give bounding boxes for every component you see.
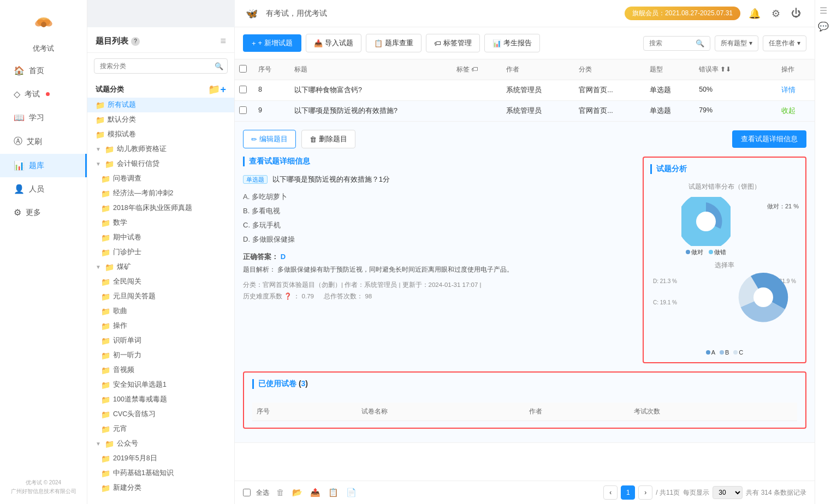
move-icon[interactable]: 📂: [290, 486, 304, 499]
row-checkbox[interactable]: [239, 86, 247, 93]
row-category: 官网首页...: [574, 80, 645, 101]
delete-question-button[interactable]: 🗑 删除题目: [301, 130, 355, 148]
library-dedup-button[interactable]: 📋 题库查重: [366, 34, 422, 52]
sidebar-item-more[interactable]: ⚙ 更多: [0, 201, 87, 224]
cat-label: 元旦闯关答题: [113, 292, 156, 301]
cat-item-newyear[interactable]: 📁 元旦闯关答题: [87, 289, 234, 304]
folder-icon: 📁: [96, 116, 105, 124]
sidebar-item-home[interactable]: 🏠 首页: [0, 59, 87, 82]
table-row: 8 以下哪种食物富含钙? 系统管理员 官网首页... 单选题 50% 详情: [235, 80, 815, 101]
prev-page-button[interactable]: ‹: [603, 485, 618, 500]
row-type: 单选题: [645, 101, 695, 122]
cat-item-listening[interactable]: 📁 识听单词: [87, 333, 234, 348]
row-empty: [762, 80, 776, 101]
sidebar-item-exam[interactable]: ◇ 考试: [0, 82, 87, 106]
tag-manage-button[interactable]: 🏷 标签管理: [426, 34, 480, 52]
right-sidebar-icon-1[interactable]: ☰: [820, 5, 827, 16]
cat-item-cvc[interactable]: 📁 CVC头音练习: [87, 407, 234, 422]
category-search-input[interactable]: [94, 58, 228, 74]
view-detail-button[interactable]: 查看试题详细信息: [732, 130, 806, 148]
bottom-actions: 🗑 📂 📤 📋 📄: [275, 486, 358, 499]
cat-item-tcm[interactable]: 📁 中药基础1基础知识: [87, 466, 234, 481]
col-action: 操作: [777, 59, 815, 80]
cat-item-all[interactable]: 📁 所有试题: [87, 98, 234, 112]
cat-item-wechat[interactable]: ▼ 📁 公众号: [87, 436, 234, 451]
panel-menu-icon[interactable]: ≡: [220, 35, 226, 47]
top-bar: 🦋 有考试，用优考试 旗舰会员：2021.08.27-2025.07.31 🔔 …: [235, 0, 815, 27]
page-size-select[interactable]: 30 50 100: [713, 486, 743, 499]
select-all-bottom[interactable]: [243, 489, 251, 496]
sidebar-item-question[interactable]: 📊 题库: [0, 154, 87, 177]
cat-item-survey[interactable]: 📁 问卷调查: [87, 171, 234, 186]
add-question-button[interactable]: + + 新增试题: [243, 34, 301, 52]
footer-text: 优考试 © 2024 广州好智信息技术有限公司: [11, 473, 76, 504]
cat-item-national[interactable]: 📁 全民闯关: [87, 274, 234, 289]
import-icon: 📥: [314, 39, 323, 47]
cat-item-song[interactable]: 📁 歌曲: [87, 304, 234, 319]
col-category: 分类: [574, 59, 645, 80]
current-page[interactable]: 1: [621, 485, 635, 500]
cat-item-newcat[interactable]: 📁 新建分类: [87, 481, 234, 495]
row-type: 单选题: [645, 80, 695, 101]
cat-item-clinical[interactable]: 📁 2018年临床执业医师真题: [87, 201, 234, 215]
analysis-title: 试题分析: [650, 164, 799, 174]
select-all-checkbox[interactable]: [239, 65, 247, 73]
ai-icon: Ⓐ: [14, 136, 22, 147]
sidebar-item-study[interactable]: 📖 学习: [0, 106, 87, 129]
cat-item-drug[interactable]: 📁 100道禁毒戒毒题: [87, 392, 234, 407]
option-d: D. 多做眼保健操: [243, 232, 632, 247]
notification-icon[interactable]: 🔔: [746, 5, 763, 22]
row-tag: [452, 101, 502, 122]
row-action-collapse[interactable]: 收起: [781, 107, 796, 115]
cat-item-hearing[interactable]: 📁 初一听力: [87, 348, 234, 363]
folder-icon: 📁: [101, 351, 110, 360]
search-icon: 🔍: [696, 39, 704, 47]
row-error-rate: 50%: [695, 80, 762, 101]
cat-item-coal[interactable]: ▼ 📁 煤矿: [87, 260, 234, 274]
sidebar-item-ai[interactable]: Ⓐ 艾刷: [0, 129, 87, 154]
copy-icon[interactable]: 📋: [327, 486, 340, 499]
folder-icon: 📁: [101, 278, 110, 286]
cat-item-econ[interactable]: 📁 经济法—考前冲刺2: [87, 186, 234, 201]
cat-item-default[interactable]: 📁 默认分类: [87, 112, 234, 127]
type-filter[interactable]: 所有题型 ▾: [715, 35, 758, 51]
row-action-detail[interactable]: 详情: [781, 86, 796, 94]
cat-item-video[interactable]: 📁 音视频: [87, 363, 234, 377]
vip-badge[interactable]: 旗舰会员：2021.08.27-2025.07.31: [625, 7, 740, 20]
cat-label: 2019年5月8日: [113, 454, 157, 463]
settings-icon[interactable]: ⚙: [769, 5, 783, 22]
home-icon: 🏠: [14, 65, 25, 76]
cat-item-midterm[interactable]: 📁 期中试卷: [87, 230, 234, 245]
cat-label: 中药基础1基础知识: [113, 469, 174, 478]
cat-item-math[interactable]: 📁 数学: [87, 215, 234, 230]
cat-item-preschool[interactable]: ▼ 📁 幼儿教师资格证: [87, 142, 234, 157]
add-category-icon[interactable]: 📁+: [208, 83, 226, 95]
import-question-button[interactable]: 📥 导入试题: [306, 34, 361, 52]
cat-item-2019[interactable]: 📁 2019年5月8日: [87, 451, 234, 466]
exam-report-button[interactable]: 📊 考生报告: [484, 34, 540, 52]
cat-item-clinic[interactable]: 📁 门诊护士: [87, 245, 234, 260]
next-page-button[interactable]: ›: [638, 485, 652, 500]
app-name: 优考试: [33, 44, 54, 53]
analysis-text: 题目解析： 多做眼保健操有助于预防近视，同时避免长时间近距离用眼和过度使用电子产…: [243, 265, 632, 275]
folder-icon: 📁: [101, 395, 110, 404]
cat-item-accounting[interactable]: ▼ 📁 会计银行信贷: [87, 157, 234, 171]
cat-item-mock[interactable]: 📁 模拟试卷: [87, 127, 234, 142]
col-type: 题型: [645, 59, 695, 80]
sidebar-item-staff[interactable]: 👤 人员: [0, 177, 87, 201]
staff-icon: 👤: [14, 184, 25, 194]
trash-icon[interactable]: 🗑: [275, 486, 286, 499]
folder-icon: 📁: [101, 189, 110, 198]
category-panel: 题目列表 ? ≡ 🔍 试题分类 📁+ 📁 所有试题 📁 默认分类 📁 模拟试卷 …: [87, 27, 235, 504]
cat-item-operation[interactable]: 📁 操作: [87, 319, 234, 333]
author-filter[interactable]: 任意作者 ▾: [763, 35, 806, 51]
right-sidebar-icon-2[interactable]: 💬: [818, 21, 829, 32]
row-checkbox[interactable]: [239, 106, 247, 114]
edit-question-button[interactable]: ✏ 编辑题目: [243, 130, 296, 148]
cat-item-safety[interactable]: 📁 安全知识单选题1: [87, 377, 234, 392]
export-icon[interactable]: 📤: [308, 486, 322, 499]
cat-item-yuanxiao[interactable]: 📁 元宵: [87, 422, 234, 436]
power-icon[interactable]: ⏻: [788, 5, 804, 22]
paste-icon[interactable]: 📄: [345, 486, 358, 499]
search-input[interactable]: [649, 39, 693, 47]
